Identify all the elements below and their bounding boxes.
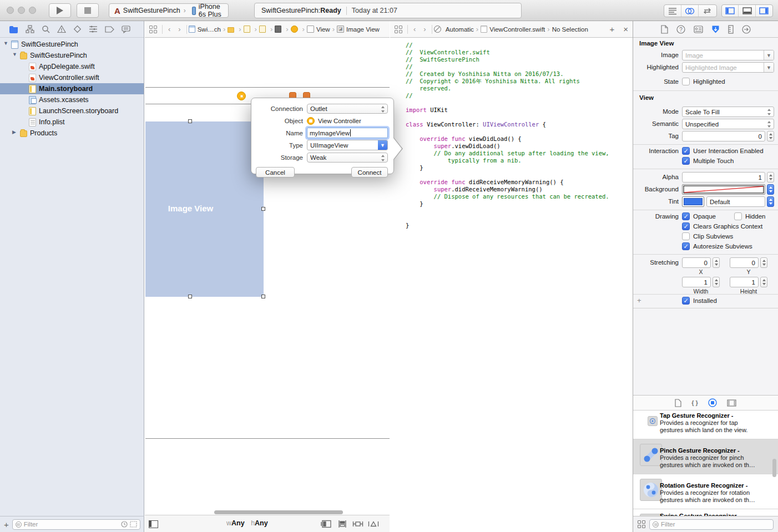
attributes-inspector-icon[interactable] xyxy=(711,25,720,34)
library-filter-field[interactable]: Filter xyxy=(649,519,774,530)
user-interaction-checkbox[interactable]: ✓ xyxy=(682,147,690,155)
tag-field[interactable]: 0 xyxy=(682,131,765,141)
stretch-y-field[interactable]: 0 xyxy=(730,257,759,268)
alpha-field[interactable]: 1 xyxy=(682,172,765,183)
nav-item-main-storyboard[interactable]: Main.storyboard xyxy=(0,83,144,94)
highlighted-combo[interactable]: Highlighted Image ▼ xyxy=(682,62,774,73)
related-items-icon[interactable] xyxy=(395,26,402,33)
nav-item-swiftgesturepinch[interactable]: ▼SwiftGesturePinch xyxy=(0,39,144,50)
installed-checkbox[interactable]: ✓ xyxy=(682,297,690,305)
opaque-checkbox[interactable]: ✓ xyxy=(682,212,690,220)
nav-item-products[interactable]: ▶Products xyxy=(0,128,144,139)
embed-in-stack-button[interactable] xyxy=(321,520,332,528)
back-button[interactable]: ‹ xyxy=(410,25,420,33)
breadcrumb-mode[interactable]: Automatic xyxy=(446,26,474,33)
library-item-tap-gesture-recognizer[interactable]: Tap Gesture Recognizer -Provides a recog… xyxy=(633,411,778,439)
scene-dock-view-controller-icon[interactable] xyxy=(237,92,246,100)
stretch-height-stepper[interactable] xyxy=(760,277,767,287)
navigator-filter-field[interactable]: Filter xyxy=(12,519,140,530)
identity-inspector-icon[interactable] xyxy=(694,26,703,33)
library-item-pinch-gesture-recognizer[interactable]: Pinch Gesture Recognizer -Provides a rec… xyxy=(633,439,778,474)
breadcrumb-project[interactable]: Swi…ch xyxy=(198,26,221,33)
background-dropdown[interactable] xyxy=(767,184,774,195)
related-items-icon[interactable] xyxy=(149,26,157,33)
image-view[interactable]: Image View xyxy=(145,121,264,297)
storyboard-doc-icon[interactable] xyxy=(259,26,266,33)
forward-button[interactable]: › xyxy=(420,25,430,33)
clip-subviews-checkbox[interactable] xyxy=(682,232,690,240)
tag-stepper[interactable] xyxy=(767,131,774,141)
run-button[interactable] xyxy=(49,3,71,18)
unsaved-files-icon[interactable] xyxy=(130,521,137,528)
close-assistant-editor-button[interactable]: × xyxy=(619,24,633,34)
file-template-library-icon[interactable] xyxy=(675,399,681,407)
stretch-width-field[interactable]: 1 xyxy=(682,277,711,287)
test-navigator-icon[interactable] xyxy=(73,25,82,33)
quick-help-inspector-icon[interactable]: ? xyxy=(676,25,685,34)
add-variation-button[interactable]: + xyxy=(637,296,641,305)
code-snippet-library-icon[interactable]: { } xyxy=(691,399,698,406)
cancel-button[interactable]: Cancel xyxy=(256,167,295,178)
add-assistant-editor-button[interactable]: + xyxy=(605,24,619,34)
nav-item-appdelegate-swift[interactable]: AppDelegate.swift xyxy=(0,61,144,72)
assistant-editor-button[interactable] xyxy=(681,5,699,17)
toggle-navigator-button[interactable] xyxy=(722,5,739,17)
back-button[interactable]: ‹ xyxy=(164,25,174,33)
zoom-window-button[interactable] xyxy=(29,7,36,14)
nav-item-assets-xcassets[interactable]: Assets.xcassets xyxy=(0,94,144,105)
stretch-y-stepper[interactable] xyxy=(760,257,767,268)
resize-handle-top[interactable] xyxy=(188,119,192,123)
debug-navigator-icon[interactable] xyxy=(89,26,98,33)
document-outline-toggle[interactable] xyxy=(149,520,158,528)
connections-inspector-icon[interactable] xyxy=(742,25,751,34)
tint-dropdown[interactable] xyxy=(767,196,774,207)
standard-editor-button[interactable] xyxy=(664,5,681,17)
close-window-button[interactable] xyxy=(7,7,14,14)
view-controller-icon[interactable] xyxy=(291,26,298,33)
library-item-rotation-gesture-recognizer[interactable]: Rotation Gesture Recognizer -Provides a … xyxy=(633,474,778,509)
storage-popup[interactable]: Weak xyxy=(307,153,388,163)
image-combo[interactable]: Image ▼ xyxy=(682,50,774,60)
file-inspector-icon[interactable] xyxy=(661,25,668,34)
chevron-down-icon[interactable]: ▼ xyxy=(764,50,774,60)
resize-handle-bottom[interactable] xyxy=(188,295,192,298)
alpha-stepper[interactable] xyxy=(767,172,774,183)
source-editor[interactable]: //// ViewController.swift// SwiftGesture… xyxy=(390,38,633,532)
tint-color-well[interactable] xyxy=(682,196,704,207)
size-class-control[interactable]: wAny hAny xyxy=(226,519,272,527)
project-navigator-icon[interactable] xyxy=(9,26,18,33)
semantic-popup[interactable]: Unspecified xyxy=(682,119,774,129)
search-navigator-icon[interactable] xyxy=(42,25,50,33)
breadcrumb-file[interactable]: ViewController.swift xyxy=(489,26,545,33)
scheme-name[interactable]: SwiftGesturePinch xyxy=(123,7,180,14)
toggle-utilities-button[interactable] xyxy=(756,5,772,17)
library-scrollbar[interactable] xyxy=(772,459,776,477)
name-input[interactable]: myImageView xyxy=(307,128,388,138)
stretch-height-field[interactable]: 1 xyxy=(730,277,759,287)
stretch-width-stepper[interactable] xyxy=(713,277,720,287)
library-item-swipe-gesture-recognizer[interactable]: Swipe Gesture Recognizer - xyxy=(633,509,778,516)
scheme-selector[interactable]: A SwiftGesturePinch › iPhone 6s Plus xyxy=(109,3,229,18)
minimize-window-button[interactable] xyxy=(18,7,25,14)
forward-button[interactable]: › xyxy=(174,25,184,33)
recent-files-clock-icon[interactable] xyxy=(121,521,128,528)
disclosure-triangle[interactable]: ▶ xyxy=(12,129,16,135)
nav-item-viewcontroller-swift[interactable]: ViewController.swift xyxy=(0,72,144,83)
storyboard-doc-icon[interactable] xyxy=(244,26,250,33)
disclosure-triangle[interactable]: ▼ xyxy=(12,52,17,57)
resolve-autolayout-button[interactable] xyxy=(368,520,379,528)
library-grid-view-icon[interactable] xyxy=(638,520,645,528)
toggle-debug-area-button[interactable] xyxy=(739,5,755,17)
align-button[interactable] xyxy=(337,520,348,528)
folder-icon[interactable] xyxy=(228,27,234,33)
background-color-well[interactable] xyxy=(682,184,765,195)
clears-graphics-checkbox[interactable]: ✓ xyxy=(682,222,690,230)
object-library-icon[interactable] xyxy=(708,398,717,407)
pin-constraints-button[interactable] xyxy=(352,520,363,528)
resize-handle-bottom-right[interactable] xyxy=(261,295,265,298)
size-inspector-icon[interactable] xyxy=(728,25,734,34)
issue-navigator-icon[interactable] xyxy=(57,25,66,33)
breadcrumb-view[interactable]: View xyxy=(316,26,330,33)
resize-handle-right[interactable] xyxy=(261,207,265,211)
nav-item-swiftgesturepinch[interactable]: ▼SwiftGesturePinch xyxy=(0,50,144,61)
